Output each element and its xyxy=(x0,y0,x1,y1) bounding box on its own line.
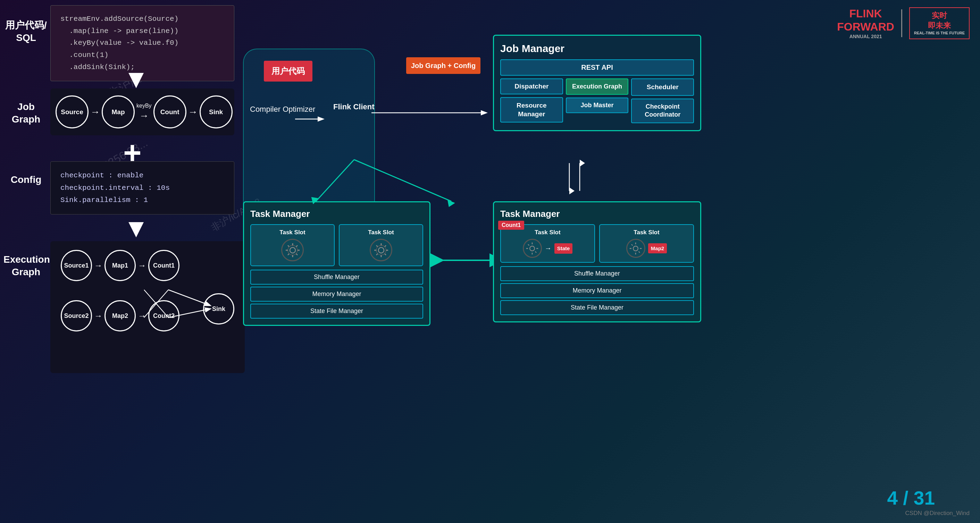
svg-line-34 xyxy=(528,244,529,245)
task-manager-left-box: Task Manager Task Slot xyxy=(243,201,431,326)
svg-point-18 xyxy=(379,248,384,253)
svg-point-9 xyxy=(288,245,298,255)
tm-right-slot2-icon xyxy=(626,239,645,258)
job-manager-title: Job Manager xyxy=(500,43,694,54)
source1-node: Source1 xyxy=(61,250,92,281)
execution-graph-box: Execution Graph xyxy=(566,78,629,95)
arrow-down-2: ▼ xyxy=(123,215,149,241)
tm-left-shuffle: Shuffle Manager xyxy=(250,270,423,285)
checkpoint-coordinator-box: Checkpoint Coordinator xyxy=(631,99,694,123)
job-manager-box: Job Manager REST API Dispatcher Resource… xyxy=(493,35,701,131)
slot1-arrow: → xyxy=(545,244,552,252)
gear-icon-4 xyxy=(629,242,642,255)
scheduler-box: Scheduler xyxy=(631,78,694,96)
svg-line-26 xyxy=(385,245,386,247)
compiler-optimizer-box: Compiler Optimizer xyxy=(250,104,315,115)
jm-tm-arrows xyxy=(562,163,590,198)
tm-right-slot2-label: Task Slot xyxy=(604,229,689,236)
tm-left-memory: Memory Manager xyxy=(250,287,423,302)
svg-line-14 xyxy=(288,245,289,247)
map-node: Map xyxy=(102,95,135,129)
rest-api-box: REST API xyxy=(500,59,694,76)
page-number: 4 / 31 xyxy=(887,487,935,509)
tm-left-slot1-label: Task Slot xyxy=(255,229,330,236)
svg-line-35 xyxy=(535,251,536,252)
page-current: 4 xyxy=(887,487,898,509)
tm-left-slot1-icon xyxy=(281,239,304,261)
config-block: checkpoint : enable checkpoint.interval … xyxy=(50,161,234,215)
tm-right-state-file: State File Manager xyxy=(500,300,694,315)
job-graph-label: JobGraph xyxy=(3,101,49,126)
gear-icon-3 xyxy=(526,242,539,255)
logos-area: FLINK FORWARD ANNUAL 2021 实时即未来 REAL-TIM… xyxy=(837,7,970,40)
sink-node: Sink xyxy=(200,95,232,129)
csdn-credit: CSDN @Direction_Wind xyxy=(905,510,970,517)
svg-point-8 xyxy=(290,248,296,253)
config-label: Config xyxy=(3,173,49,186)
page-separator: / xyxy=(903,487,908,509)
tm-right-slot1: Count1 Task Slot → Sta xyxy=(500,224,595,263)
exec-graph-container: Source1 → Map1 → Count1 Source2 → Map2 →… xyxy=(50,241,245,373)
map1-node: Map1 xyxy=(105,250,136,281)
job-graph-config-badge: Job Graph + Config xyxy=(406,57,480,74)
exec-row-1: Source1 → Map1 → Count1 xyxy=(61,250,234,281)
exec-arrow-1: → xyxy=(94,261,102,270)
svg-line-27 xyxy=(376,254,378,255)
flink-forward-sub: ANNUAL 2021 xyxy=(837,34,894,40)
svg-line-1 xyxy=(169,309,210,318)
tm-right-slots: Count1 Task Slot → Sta xyxy=(500,224,694,263)
svg-line-42 xyxy=(639,251,640,252)
tm-right-services: Shuffle Manager Memory Manager State Fil… xyxy=(500,266,694,315)
task-manager-right-box: Task Manager Count1 Task Slot xyxy=(493,201,701,323)
client-to-jm-arrow xyxy=(371,108,493,118)
dispatcher-box: Dispatcher xyxy=(500,78,563,94)
gear-icon-1 xyxy=(285,243,300,258)
user-code-sql-label: 用户代码/ SQL xyxy=(3,19,49,45)
svg-point-19 xyxy=(376,245,386,255)
cross-arrows-svg xyxy=(61,286,234,331)
tm-right-memory: Memory Manager xyxy=(500,283,694,298)
tm-right-slot1-icon xyxy=(523,239,542,258)
exec-arrow-2: → xyxy=(138,261,146,270)
tm-left-services: Shuffle Manager Memory Manager State Fil… xyxy=(250,270,423,319)
job-master-box: Job Master xyxy=(566,97,629,113)
svg-line-24 xyxy=(376,245,378,247)
state-file-icon: State xyxy=(554,243,573,254)
tm-left-slot2-icon xyxy=(370,239,392,261)
arrow-down-1: ▼ xyxy=(123,66,149,92)
svg-line-17 xyxy=(288,254,289,255)
tm-left-slot2-label: Task Slot xyxy=(344,229,418,236)
svg-line-0 xyxy=(169,290,210,305)
page-total: 31 xyxy=(914,487,935,509)
arrow-1: → xyxy=(90,107,100,118)
count1-badge: Count1 xyxy=(498,221,524,230)
svg-point-36 xyxy=(633,246,638,251)
source-node: Source xyxy=(56,95,89,129)
svg-line-16 xyxy=(296,245,298,247)
realtime-logo: 实时即未来 REAL-TIME IS THE FUTURE xyxy=(909,7,970,39)
realtime-title: 实时即未来 xyxy=(914,11,965,30)
jm-left-col: Dispatcher Resource Manager xyxy=(500,78,563,123)
svg-line-41 xyxy=(632,244,633,245)
tm-right-shuffle: Shuffle Manager xyxy=(500,266,694,281)
tm-left-slot2: Task Slot xyxy=(339,224,423,266)
keyby-arrow-group: keyBy → xyxy=(137,103,152,121)
resource-manager-box: Resource Manager xyxy=(500,97,563,122)
center-to-tm-arrows xyxy=(299,160,542,212)
exec-graph-label: ExecutionGraph xyxy=(3,253,49,279)
tm-right-slot1-label: Task Slot xyxy=(505,229,590,236)
arrow-2: → xyxy=(139,110,149,121)
count-node: Count xyxy=(153,95,186,129)
jm-middle-col: Execution Graph Job Master xyxy=(566,78,629,123)
jm-right-col: Scheduler Checkpoint Coordinator xyxy=(631,78,694,123)
tm-right-slot1-content: → State xyxy=(505,239,590,258)
job-graph-container: Source → Map keyBy → Count → Sink xyxy=(50,89,234,135)
svg-line-25 xyxy=(385,254,386,255)
map2-badge: Map2 xyxy=(648,243,667,253)
tm-left-slots: Task Slot Task Slot xyxy=(250,224,423,266)
tm-right-slot2-content: Map2 xyxy=(604,239,689,258)
tm-bidirectional-arrow xyxy=(431,253,496,267)
user-code-center-box: 用户代码 xyxy=(264,61,312,81)
flink-forward-logo: FLINK FORWARD ANNUAL 2021 xyxy=(837,7,894,40)
cross-section: Source2 → Map2 → Count2 Sink xyxy=(61,286,234,331)
